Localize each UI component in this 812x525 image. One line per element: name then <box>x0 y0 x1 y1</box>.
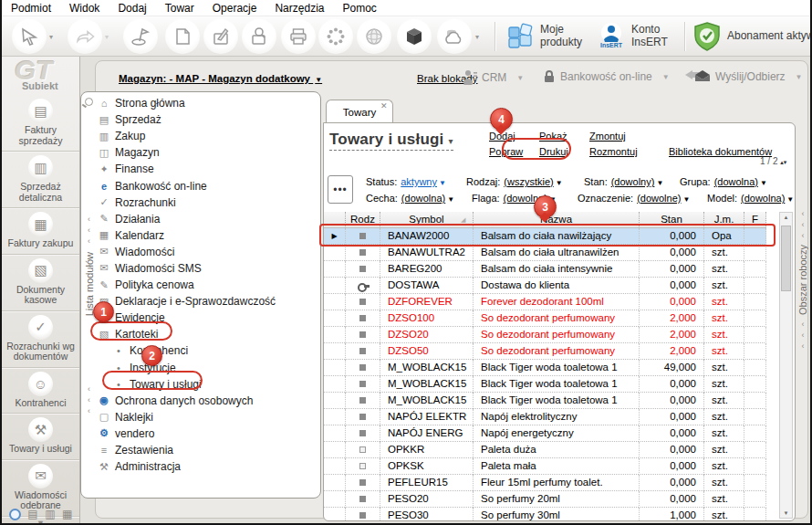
expand-chevron-icon[interactable]: ‹‹‹ <box>802 319 805 352</box>
tree-item-rozrachunki[interactable]: ✓Rozrachunki <box>97 194 318 211</box>
filter-value-status[interactable]: aktywny <box>401 176 437 187</box>
sidebar-item-rozrachunki-wg-dokumentow[interactable]: ✓Rozrachunki wg dokumentów <box>2 311 79 368</box>
vertical-scrollbar[interactable]: ▲ ▼ <box>779 212 793 519</box>
table-row[interactable]: NAPÓJ ELEKTRNapój elektrolityczny0,000sz… <box>324 409 766 425</box>
table-row[interactable]: DOSTAWADostawa do klienta0,000szt. <box>324 278 766 294</box>
sidebar-item-faktury-zakupu[interactable]: ▦Faktury zakupu <box>2 208 79 255</box>
filter-caret-icon[interactable]: ▼ <box>439 179 446 187</box>
settings-gear-icon[interactable] <box>318 19 353 54</box>
moje-produkty-icon[interactable] <box>505 22 535 51</box>
moje-produkty-label[interactable]: Moje produkty <box>540 23 593 48</box>
filter-value-grupa[interactable]: (dowolna) <box>714 176 758 187</box>
search-icon[interactable] <box>85 98 93 106</box>
filter-value-model[interactable]: (dowolna) <box>741 193 785 204</box>
pager-down-icon[interactable]: ▾ <box>784 159 787 165</box>
find-document-icon[interactable] <box>242 19 276 54</box>
table-row[interactable]: PESO30So perfumy 30ml1,000szt. <box>324 508 766 521</box>
sidebar-item-kontrahenci[interactable]: ☺Kontrahenci <box>2 368 79 415</box>
tree-item-magazyn[interactable]: ◫Magazyn <box>97 144 318 161</box>
magazyn-selector[interactable]: Magazyn: - MAP - Magazyn dodatkowy ▼ <box>119 73 322 84</box>
table-row[interactable]: DZFOREVERForever dezodorant 100ml0,000sz… <box>324 294 766 310</box>
konto-insert-icon[interactable]: InsERT <box>596 21 627 52</box>
tree-item-bankowosc-on-line[interactable]: eBankowość on-line <box>97 177 318 194</box>
sidebar-item-dokumenty-kasowe[interactable]: ▧Dokumenty kasowe <box>2 255 79 311</box>
sidebar-item-towary-i-uslugi[interactable]: ⚒Towary i usługi <box>2 414 79 460</box>
table-row[interactable]: M_WOBLACK15Black Tiger woda toaletowa 14… <box>324 360 766 376</box>
cloud-data-icon[interactable] <box>437 19 472 54</box>
mini-sales-icon[interactable]: ▤ <box>27 508 37 520</box>
select-mode-icon[interactable] <box>12 19 47 54</box>
filter-pager[interactable]: 1 / 2 ▴▾ <box>760 156 786 166</box>
go-back-icon[interactable] <box>68 19 102 54</box>
table-row[interactable]: PEFLEUR15Fleur 15ml perfumy toalet.0,000… <box>324 475 766 491</box>
page-title[interactable]: Towary i usługi ▾ <box>329 131 453 151</box>
bankowosc-button[interactable]: Bankowość on-line▼ <box>543 69 670 84</box>
table-row[interactable]: OPKSKPaleta mała0,000szt. <box>324 458 766 475</box>
rozmontuj-link[interactable]: Rozmontuj <box>589 146 638 157</box>
biblioteka-dokumentow-link[interactable]: Biblioteka dokumentów <box>669 146 772 157</box>
edit-document-icon[interactable] <box>203 19 238 54</box>
collapse-chevron-icon[interactable]: ‹‹‹ <box>88 214 90 247</box>
table-row[interactable]: BAREG200Balsam do ciała intensywnie0,000… <box>324 261 766 278</box>
expand-chevron-icon[interactable]: ‹‹‹ <box>802 208 805 241</box>
menu-widok[interactable]: Widok <box>60 0 109 16</box>
go-back-caret-icon[interactable]: ▾ <box>105 33 109 41</box>
table-row[interactable]: PESO20So perfumy 20ml0,000szt. <box>324 491 766 508</box>
sidebar-item-sprzedaz-detaliczna[interactable]: ▥Sprzedaż detaliczna <box>2 152 79 208</box>
scroll-thumb[interactable] <box>781 226 791 291</box>
konto-insert-label[interactable]: Konto InsERT <box>631 23 684 48</box>
filter-value-oznaczenie[interactable]: (dowolne) <box>637 193 681 204</box>
table-row[interactable]: M_WOBLACK15Black Tiger woda toaletowa 10… <box>324 393 766 409</box>
menu-dodaj[interactable]: Dodaj <box>109 0 155 16</box>
tree-item-zakup[interactable]: ▥Zakup <box>97 128 318 144</box>
menu-pomoc[interactable]: Pomoc <box>333 0 385 16</box>
filter-value-stan[interactable]: (dowolny) <box>611 176 655 187</box>
table-row[interactable]: DZSO20So dezodorant perfumowany2,000szt. <box>324 327 766 343</box>
tree-item-administracja[interactable]: ⚒Administracja <box>97 458 318 475</box>
tab-close-icon[interactable]: ✕ <box>380 101 388 110</box>
menu-narzedzia[interactable]: Narzędzia <box>265 0 333 16</box>
tree-item-strona-glowna[interactable]: ⌂Strona główna <box>97 95 318 111</box>
mini-basket-icon[interactable]: ▥ <box>45 508 55 520</box>
mini-box-icon[interactable]: ▦ <box>62 508 72 520</box>
globe-icon[interactable] <box>357 19 391 54</box>
tree-item-wiadomosci[interactable]: ✉Wiadomości <box>97 244 318 260</box>
tree-item-wiadomosci-sms[interactable]: ✉Wiadomości SMS <box>97 260 318 277</box>
menu-towar[interactable]: Towar <box>156 0 203 16</box>
tree-item-deklaracje-i-e-sprawozdawczosc[interactable]: ▨Deklaracje i e-Sprawozdawczość <box>97 293 318 310</box>
zmontuj-link[interactable]: Zmontuj <box>589 131 626 142</box>
tree-item-kalendarz[interactable]: ▦Kalendarz <box>97 227 318 244</box>
filter-caret-icon[interactable]: ▼ <box>760 179 767 187</box>
wyslij-odbierz-button[interactable]: Wyślij/Odbierz▼ <box>683 68 803 86</box>
tree-item-vendero[interactable]: ⚙vendero <box>97 425 318 442</box>
tree-item-naklejki[interactable]: ▢Naklejki <box>97 409 318 425</box>
menu-operacje[interactable]: Operacje <box>203 0 266 16</box>
scroll-up-icon[interactable]: ▲ <box>780 215 792 220</box>
filter-caret-icon[interactable]: ▼ <box>656 179 663 187</box>
cloud-caret-icon[interactable]: ▾ <box>475 33 479 41</box>
tree-item-dzialania[interactable]: ✎Działania <box>97 211 318 227</box>
table-row[interactable]: M_WOBLACK15Black Tiger woda toaletowa 10… <box>324 376 766 393</box>
crm-button[interactable]: CRM▼ <box>463 69 524 86</box>
obszar-roboczy-strip[interactable]: ‹‹‹ Obszar roboczy ‹‹‹ <box>794 99 812 519</box>
tree-item-ochrona-danych-osobowych[interactable]: ◉Ochrona danych osobowych <box>97 393 318 409</box>
mini-selected-icon[interactable] <box>9 509 21 520</box>
filter-value-cecha[interactable]: (dowolna) <box>401 193 445 204</box>
tree-item-kontrahenci[interactable]: •Kontrahenci <box>97 342 318 359</box>
filter-caret-icon[interactable]: ▼ <box>447 195 454 204</box>
tree-item-polityka-cenowa[interactable]: ✎Polityka cenowa <box>97 277 318 293</box>
table-row[interactable]: DZSO100So dezodorant perfumowany2,000szt… <box>324 310 766 327</box>
new-document-icon[interactable] <box>165 19 200 54</box>
printer-icon[interactable] <box>281 19 316 54</box>
menu-podmiot[interactable]: Podmiot <box>2 0 60 16</box>
tree-item-finanse[interactable]: ✦Finanse <box>97 161 318 177</box>
tree-item-sprzedaz[interactable]: ▤Sprzedaż <box>97 111 318 128</box>
filter-caret-icon[interactable]: ▼ <box>682 195 690 204</box>
module-list-strip[interactable]: ‹‹‹ Lista modułów ‹‹‹ <box>81 92 97 498</box>
flag-icon[interactable] <box>123 19 158 54</box>
filter-value-rodzaj[interactable]: (wszystkie) <box>504 176 553 187</box>
select-mode-caret-icon[interactable]: ▾ <box>49 33 53 41</box>
tree-item-zestawienia[interactable]: ≡Zestawienia <box>97 442 318 458</box>
cube-icon[interactable] <box>397 19 432 54</box>
scroll-down-icon[interactable]: ▼ <box>780 510 792 516</box>
